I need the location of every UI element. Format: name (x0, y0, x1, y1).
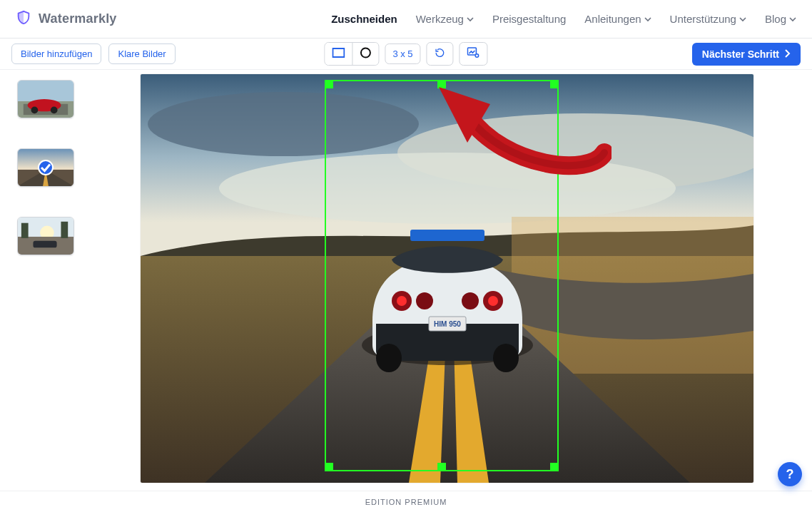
svg-point-34 (462, 292, 479, 309)
chevron-down-icon (739, 16, 746, 23)
shield-logo-icon (16, 10, 31, 29)
brand[interactable]: Watermarkly (16, 10, 117, 29)
nav-zuschneiden[interactable]: Zuschneiden (331, 13, 397, 25)
chevron-down-icon (789, 16, 796, 23)
next-step-button[interactable]: Nächster Schritt (692, 43, 801, 66)
chevron-down-icon (644, 16, 651, 23)
crop-shape-rectangle[interactable] (325, 43, 352, 65)
svg-point-33 (488, 296, 498, 306)
svg-rect-38 (410, 230, 484, 241)
chevron-down-icon (467, 16, 474, 23)
svg-rect-0 (333, 48, 344, 57)
svg-point-39 (376, 344, 402, 372)
svg-rect-19 (33, 241, 56, 248)
image-preset-icon (467, 47, 480, 61)
brand-name: Watermarkly (39, 11, 117, 26)
canvas[interactable]: HIM 950 (141, 74, 753, 483)
svg-point-31 (416, 292, 433, 309)
footer: EDITION PREMIUM (0, 491, 812, 512)
edition-label: EDITION PREMIUM (365, 498, 447, 506)
nav-unterstuetzung[interactable]: Unterstützung (670, 13, 746, 25)
main-nav: Zuschneiden Werkzeug Preisgestaltung Anl… (331, 13, 796, 25)
rotate-button[interactable] (427, 42, 454, 66)
svg-rect-18 (61, 222, 68, 238)
svg-rect-17 (21, 223, 29, 238)
nav-blog[interactable]: Blog (765, 13, 796, 25)
selected-check-icon (38, 160, 54, 175)
svg-rect-4 (18, 81, 73, 101)
toolbar-left: Bilder hinzufügen Klare Bilder (11, 43, 176, 64)
rotate-ccw-icon (435, 47, 446, 61)
editor-toolbar: Bilder hinzufügen Klare Bilder 3 x 5 Näc… (0, 39, 812, 70)
svg-point-21 (148, 92, 419, 156)
clear-images-button[interactable]: Klare Bilder (108, 43, 175, 64)
help-button[interactable]: ? (778, 462, 802, 486)
crop-shape-circle[interactable] (352, 43, 378, 65)
app-header: Watermarkly Zuschneiden Werkzeug Preisge… (0, 0, 812, 39)
svg-point-9 (51, 107, 58, 114)
thumb-red-sportscar[interactable] (17, 80, 74, 118)
workspace: HIM 950 ? (0, 70, 812, 491)
rectangle-icon (332, 48, 345, 60)
circle-icon (360, 47, 371, 61)
svg-point-1 (361, 48, 370, 58)
canvas-image: HIM 950 (141, 74, 753, 483)
svg-point-40 (493, 344, 519, 372)
crop-shape-segment (324, 42, 379, 66)
nav-preisgestaltung[interactable]: Preisgestaltung (492, 13, 566, 25)
toolbar-center: 3 x 5 (324, 42, 487, 66)
chevron-right-icon (783, 48, 791, 60)
toolbar-right: Nächster Schritt (692, 43, 801, 66)
svg-point-8 (31, 107, 39, 114)
image-preset-button[interactable] (460, 42, 488, 66)
thumb-parked-car-sun[interactable] (17, 217, 74, 255)
nav-anleitungen[interactable]: Anleitungen (584, 13, 651, 25)
nav-werkzeug[interactable]: Werkzeug (416, 13, 474, 25)
thumb-road-sunset[interactable] (17, 148, 74, 187)
svg-point-30 (397, 296, 407, 306)
svg-point-23 (219, 153, 676, 224)
thumbnail-strip (17, 80, 74, 255)
add-images-button[interactable]: Bilder hinzufügen (11, 43, 101, 64)
aspect-ratio-button[interactable]: 3 x 5 (385, 43, 420, 64)
svg-text:HIM 950: HIM 950 (434, 320, 461, 328)
